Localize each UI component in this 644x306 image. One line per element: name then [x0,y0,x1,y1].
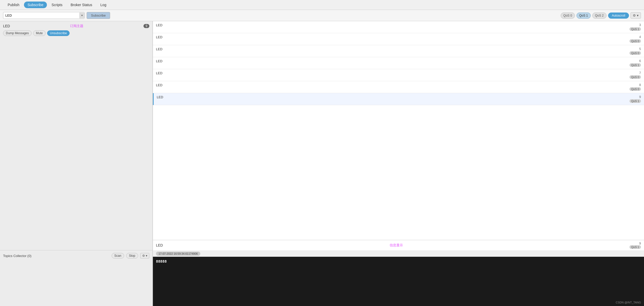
qos-badge: QoS 0 [629,87,641,91]
topic-input[interactable] [3,12,80,19]
subscription-chinese-label: 订阅主题 [10,24,143,28]
message-topic: LED [156,59,162,63]
msg-num: 7 [639,71,641,75]
message-meta: 6 QoS 1 [629,59,641,67]
qos-badge: QoS 1 [629,27,641,31]
message-meta: 5 QoS 0 [629,47,641,55]
qos-badge: QoS 0 [629,75,641,79]
right-panel: LED 3 QoS 1 LED 4 QoS 0 LED 5 QoS 0 LED … [153,21,644,306]
top-nav: Publish Subscribe Scripts Broker Status … [0,0,644,10]
message-row[interactable]: LED 3 QoS 1 [153,21,644,33]
message-count-badge: 9 [143,24,149,28]
detail-qos-badge: QoS 1 [629,245,641,249]
message-topic: LED [156,83,162,87]
right-controls: QoS 0 QoS 1 QoS 2 Autoscroll ▾ [561,12,641,19]
message-meta: 3 QoS 1 [629,23,641,31]
stop-button[interactable]: Stop [126,253,138,259]
qos1-button[interactable]: QoS 1 [576,13,591,19]
gear-icon [633,14,636,17]
message-topic: LED [156,35,162,39]
message-meta: 9 QoS 1 [629,95,641,103]
nav-publish[interactable]: Publish [4,2,23,8]
subscription-header: LED 订阅主题 9 [3,24,149,28]
msg-num: 9 [639,95,641,99]
topics-collector: Topics Collector (0) Scan Stop ▾ [0,250,152,306]
scan-button[interactable]: Scan [112,253,124,259]
watermark: CSDN @INT_TANG [616,301,641,304]
collector-gear-icon [142,254,145,258]
nav-broker-status[interactable]: Broker Status [67,2,96,8]
qos0-button[interactable]: QoS 0 [561,13,575,19]
settings-icon-button[interactable]: ▾ [630,12,641,19]
subscription-actions: Dump Messages Mute Unsubscribe [3,30,149,36]
message-detail: LED 信息显示 9 QoS 1 17-07-2022 16:59:34.611… [153,240,644,306]
mute-button[interactable]: Mute [33,30,46,36]
nav-scripts[interactable]: Scripts [48,2,66,8]
topic-dropdown-button[interactable]: ▾ [80,13,84,18]
qos-badge: QoS 1 [629,99,641,103]
collector-settings-arrow: ▾ [146,254,147,258]
msg-num: 8 [639,83,641,87]
chevron-down-icon: ▾ [81,14,83,17]
qos-badge: QoS 0 [629,39,641,43]
message-meta: 4 QoS 0 [629,35,641,43]
msg-num: 4 [639,35,641,39]
message-row[interactable]: LED 8 QoS 0 [153,81,644,93]
detail-meta: 9 QoS 1 [629,242,641,249]
autoscroll-button[interactable]: Autoscroll [608,13,629,19]
detail-content-text: 88888 [156,259,167,263]
nav-subscribe[interactable]: Subscribe [24,2,47,8]
unsubscribe-button[interactable]: Unsubscribe [47,30,70,36]
timestamp-badge: 17-07-2022 16:59:34.61174906 [156,252,200,256]
subscribe-bar: ▾ Subscribe QoS 0 QoS 1 QoS 2 Autoscroll… [0,10,644,21]
message-row[interactable]: LED 9 QoS 1 [153,93,644,105]
message-topic: LED [156,71,162,75]
message-row[interactable]: LED 6 QoS 1 [153,57,644,69]
msg-num: 5 [639,47,641,51]
collector-settings-button[interactable]: ▾ [140,253,149,259]
message-topic: LED [157,95,163,99]
subscribe-button[interactable]: Subscribe [87,12,110,19]
main-layout: LED 订阅主题 9 Dump Messages Mute Unsubscrib… [0,21,644,306]
qos-badge: QoS 1 [629,63,641,67]
message-topic: LED [156,47,162,51]
subscriptions-section: LED 订阅主题 9 Dump Messages Mute Unsubscrib… [0,21,152,250]
subscription-topic: LED [3,24,10,28]
detail-topic: LED [156,243,163,247]
msg-num: 6 [639,59,641,63]
topics-collector-title: Topics Collector (0) [3,254,110,258]
detail-header: LED 信息显示 9 QoS 1 [153,240,644,251]
left-panel: LED 订阅主题 9 Dump Messages Mute Unsubscrib… [0,21,153,306]
message-row[interactable]: LED 7 QoS 0 [153,69,644,81]
message-meta: 7 QoS 0 [629,71,641,79]
topic-input-wrapper: ▾ [3,12,85,19]
dump-messages-button[interactable]: Dump Messages [3,30,32,36]
message-row[interactable]: LED 5 QoS 0 [153,45,644,57]
message-row[interactable]: LED 4 QoS 0 [153,33,644,45]
nav-log[interactable]: Log [97,2,110,8]
msg-num: 3 [639,23,641,27]
detail-num: 9 [629,242,641,245]
settings-dropdown-arrow: ▾ [637,14,639,17]
detail-timestamp: 17-07-2022 16:59:34.61174906 [153,251,644,257]
qos-badge: QoS 0 [629,51,641,55]
message-meta: 8 QoS 0 [629,83,641,91]
subscription-item: LED 订阅主题 9 Dump Messages Mute Unsubscrib… [0,21,152,38]
topics-collector-header: Topics Collector (0) Scan Stop ▾ [3,253,149,259]
message-topic: LED [156,23,162,27]
detail-chinese-label: 信息显示 [390,243,403,248]
detail-content: 88888 [153,257,644,306]
qos2-button[interactable]: QoS 2 [592,13,607,19]
messages-list: LED 3 QoS 1 LED 4 QoS 0 LED 5 QoS 0 LED … [153,21,644,240]
